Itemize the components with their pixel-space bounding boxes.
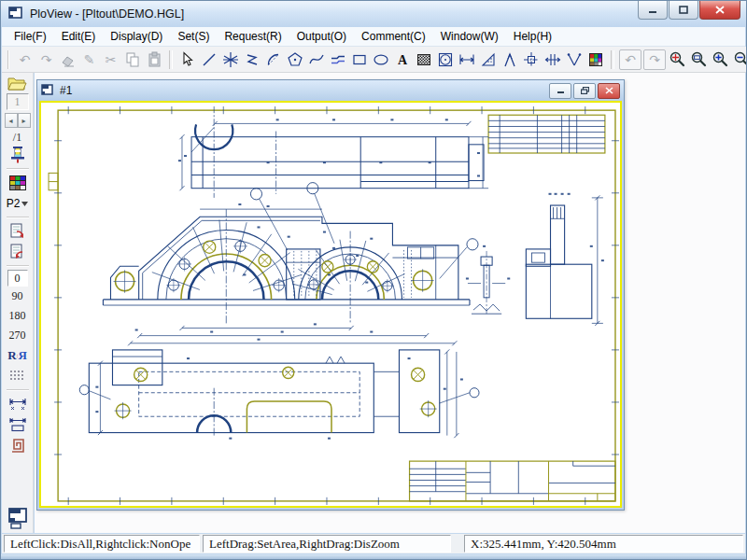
sidebar-divider	[7, 168, 29, 170]
app-icon	[8, 7, 23, 22]
page-number-display: 1	[7, 93, 29, 110]
page-prev-icon[interactable]: ◂	[5, 113, 18, 128]
paste-icon[interactable]	[143, 49, 164, 70]
mirror-r-label: R	[7, 348, 16, 363]
cut-icon[interactable]: ✂	[100, 49, 121, 70]
status-mouse-click: LeftClick:DisAll,Rightclick:NonOpe	[4, 535, 200, 553]
mirror-button[interactable]: R꞉Я	[5, 346, 31, 365]
status-bar: LeftClick:DisAll,Rightclick:NonOpe LeftD…	[2, 534, 745, 553]
copy-page-forward-icon[interactable]	[5, 222, 31, 241]
grid-icon[interactable]	[5, 367, 31, 385]
status-mouse-drag: LeftDrag:SetArea,RightDrag:DisZoom	[203, 535, 451, 553]
minimize-button[interactable]	[638, 1, 668, 20]
toolbar-grip[interactable]	[7, 50, 9, 69]
pen-set-select[interactable]: P2	[5, 194, 31, 213]
zoom-out-icon[interactable]	[731, 49, 746, 70]
menu-bar: File(F) Edit(E) Display(D) Set(S) Reques…	[2, 27, 745, 47]
line-icon[interactable]	[198, 49, 219, 70]
pen-edit-icon[interactable]: ✎	[78, 49, 100, 70]
maximize-button[interactable]	[669, 1, 698, 20]
revision-table	[488, 115, 605, 153]
polyline-icon[interactable]	[241, 49, 262, 70]
rotation-90-button[interactable]: 90	[12, 289, 23, 303]
section-icon[interactable]	[477, 49, 499, 70]
document-icon	[41, 84, 54, 98]
sheet-frame	[49, 110, 615, 501]
svg-text:A: A	[398, 53, 408, 67]
polygon-icon[interactable]	[284, 49, 305, 70]
menu-request[interactable]: Request(R)	[217, 28, 289, 45]
zoom-window-icon[interactable]	[667, 49, 688, 70]
menu-window[interactable]: Window(W)	[433, 28, 506, 45]
rotation-0-button[interactable]: 0	[7, 270, 28, 287]
pen-palette-icon[interactable]	[5, 174, 31, 192]
arrow-icon[interactable]	[499, 49, 520, 70]
color-palette-icon[interactable]	[585, 49, 606, 70]
status-coordinates: X:325.441mm, Y:420.504mm	[464, 535, 743, 553]
fill-pattern-icon[interactable]	[413, 49, 434, 70]
menu-output[interactable]: Output(O)	[289, 28, 354, 45]
sidebar-divider	[7, 389, 29, 391]
angle-measure-icon[interactable]	[563, 49, 585, 70]
bolt-detail	[468, 251, 505, 314]
mirror-ya-label: Я	[18, 348, 26, 363]
offset-lines-icon[interactable]	[327, 49, 348, 70]
toolbar-separator	[611, 50, 614, 69]
measure-area-icon[interactable]	[5, 415, 31, 434]
ploview-window: PloView - [Pltout\DEMO.HGL] File(F) Edit…	[0, 0, 747, 560]
point-icon[interactable]	[219, 49, 241, 70]
menu-edit[interactable]: Edit(E)	[54, 28, 104, 45]
select-icon[interactable]	[176, 49, 198, 70]
doc-restore-button[interactable]	[573, 83, 596, 99]
menu-set[interactable]: Set(S)	[170, 28, 217, 45]
document-window[interactable]: #1	[36, 79, 625, 511]
plotter-icon[interactable]	[5, 146, 31, 164]
menu-comment[interactable]: Comment(C)	[354, 28, 433, 45]
erase-icon[interactable]	[57, 49, 78, 70]
spiral-icon[interactable]	[5, 436, 31, 455]
undo-icon[interactable]: ↶	[14, 49, 35, 70]
menu-file[interactable]: File(F)	[7, 28, 54, 45]
drawing-canvas[interactable]	[39, 101, 622, 508]
toolbar: ↶ ↷ ✎ ✂ A	[2, 47, 746, 73]
measure-distance-icon[interactable]	[5, 395, 31, 413]
open-file-button[interactable]	[5, 74, 31, 92]
view-undo-icon[interactable]: ↶	[619, 49, 641, 70]
ellipse-icon[interactable]	[370, 49, 391, 70]
zoom-in-icon[interactable]	[710, 49, 731, 70]
generated-details	[54, 106, 619, 505]
doc-minimize-button[interactable]	[549, 83, 571, 99]
side-toolbar: 1 ◂ ▸ /1 P2 0 90 180 270 R꞉Я	[2, 73, 34, 533]
copy-icon[interactable]	[121, 49, 143, 70]
doc-close-button[interactable]	[598, 83, 620, 99]
view-redo-icon[interactable]: ↷	[643, 49, 666, 70]
chevron-down-icon	[21, 202, 28, 206]
rectangle-icon[interactable]	[348, 49, 370, 70]
menu-help[interactable]: Help(H)	[506, 28, 559, 45]
page-spinner[interactable]: ◂ ▸	[5, 111, 31, 130]
rotation-180-button[interactable]: 180	[9, 309, 26, 323]
spline-icon[interactable]	[305, 49, 327, 70]
copy-page-back-icon[interactable]	[5, 243, 31, 261]
text-icon[interactable]: A	[391, 49, 413, 70]
close-button[interactable]	[699, 1, 740, 20]
circle-mark-icon[interactable]	[434, 49, 456, 70]
rotation-270-button[interactable]: 270	[9, 329, 26, 343]
page-next-icon[interactable]: ▸	[18, 113, 31, 128]
center-mark-icon[interactable]	[520, 49, 542, 70]
document-titlebar[interactable]: #1	[37, 80, 624, 101]
titlebar[interactable]: PloView - [Pltout\DEMO.HGL]	[1, 1, 746, 27]
sidebar-divider	[7, 217, 29, 218]
side-view	[526, 198, 603, 323]
hpgl-drawing	[41, 103, 620, 506]
pen-set-label: P2	[7, 197, 21, 210]
zoom-area-icon[interactable]	[688, 49, 710, 70]
menu-display[interactable]: Display(D)	[103, 28, 170, 45]
measure-length-icon[interactable]	[456, 49, 477, 70]
redo-icon[interactable]: ↷	[35, 49, 57, 70]
arc-icon[interactable]	[262, 49, 284, 70]
mdi-area: #1	[35, 73, 745, 533]
window-view-icon[interactable]	[5, 507, 31, 529]
parallel-measure-icon[interactable]	[542, 49, 563, 70]
window-title: PloView - [Pltout\DEMO.HGL]	[30, 7, 184, 21]
